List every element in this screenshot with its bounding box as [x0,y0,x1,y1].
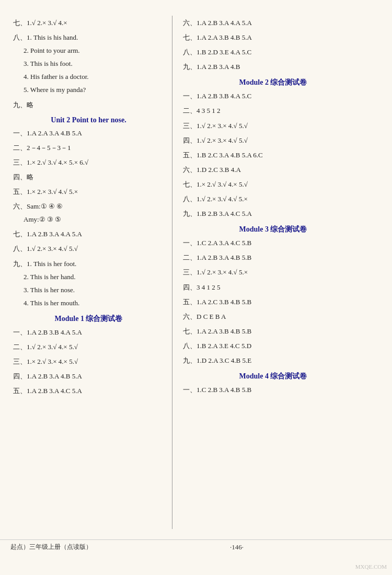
line-item: 九、1.B 2.B 3.A 4.C 5.A [183,208,363,220]
right-qi: 七、1.A 2.A 3.B 4.B 5.A [183,32,363,43]
mod3-san: 三、1.√ 2.× 3.× 4.√ 5.× [183,267,363,278]
page-number: ·146· [230,543,244,551]
left-qi: 七、1.√ 2.× 3.√ 4.× [13,17,164,29]
content-area: 七、1.√ 2.× 3.√ 4.×八、1. This is his hand.2… [0,10,392,534]
line-item: 四、略 [13,171,164,183]
unit2-jiu: 九、1. This is her foot.2. This is her han… [13,258,164,309]
mod3-qi: 七、1.A 2.A 3.B 4.B 5.B [183,326,363,337]
mod3-title-title: Module 3 综合测试卷 [183,225,363,234]
mod4-yi: 一、1.C 2.B 3.A 4.B 5.B [183,384,363,396]
watermark: MXQE.COM [355,564,387,570]
bottom-left-text: 起点）三年级上册（点读版） [10,543,92,551]
mod2-wu: 五、1.B 2.C 3.A 4.B 5.A 6.C [183,150,363,161]
line-item: 三、1.× 2.√ 3.× 4.× 5.√ [13,356,164,367]
mod1-san: 三、1.× 2.√ 3.× 4.× 5.√ [13,356,164,367]
line-item: 八、1.√ 2.× 3.× 4.√ 5.√ [13,243,164,255]
line-item: 五、1.B 2.C 3.A 4.B 5.A 6.C [183,150,363,161]
mod3-ba: 八、1.B 2.A 3.E 4.C 5.D [183,340,363,352]
mod2-er: 二、4 3 5 1 2 [183,105,363,117]
page: 七、1.√ 2.× 3.√ 4.×八、1. This is his hand.2… [0,0,392,575]
mod3-title: Module 3 综合测试卷 [183,225,363,234]
line-item: 六、1.D 2.C 3.B 4.A [183,164,363,176]
line-item: 七、1.A 2.B 3.A 4.A 5.A [13,228,164,240]
unit2-liu: 六、Sam:① ④ ⑥Amy:② ③ ⑤ [13,201,164,225]
module1-title-title: Module 1 综合测试卷 [13,314,164,324]
left-column: 七、1.√ 2.× 3.√ 4.×八、1. This is his hand.2… [0,16,172,529]
mod1-er: 二、1.√ 2.× 3.√ 4.× 5.√ [13,341,164,353]
line-item: 五、1.A 2.C 3.B 4.B 5.B [183,296,363,308]
line-item: 七、1.A 2.A 3.B 4.B 5.A [183,32,363,43]
unit2-title-title: Unit 2 Point to her nose. [13,116,164,124]
unit2-si: 四、略 [13,171,164,183]
line-item: 3. This is his foot. [24,58,164,70]
line-item: 二、1.√ 2.× 3.√ 4.× 5.√ [13,341,164,353]
line-item: 三、1.× 2.√ 3.√ 4.× 5.× 6.√ [13,157,164,168]
mod2-si: 四、1.√ 2.× 3.× 4.√ 5.√ [183,135,363,146]
mod3-jiu: 九、1.D 2.A 3.C 4.B 5.E [183,355,363,366]
line-item: 七、1.A 2.A 3.B 4.B 5.B [183,326,363,337]
line-item: 九、1. This is her foot. [13,258,164,270]
line-item: 八、1.√ 2.× 3.√ 4.√ 5.× [183,193,363,205]
line-item: 九、1.A 2.B 3.A 4.B [183,61,363,73]
line-item: 五、1.× 2.× 3.√ 4.√ 5.× [13,186,164,198]
mod2-liu: 六、1.D 2.C 3.B 4.A [183,164,363,176]
mod3-yi: 一、1.C 2.A 3.A 4.C 5.B [183,237,363,249]
unit2-qi: 七、1.A 2.B 3.A 4.A 5.A [13,228,164,240]
left-jiu: 九、略 [13,99,164,111]
mod3-si: 四、3 4 1 2 5 [183,282,363,293]
mod2-jiu: 九、1.B 2.B 3.A 4.C 5.A [183,208,363,220]
line-item: 八、1.B 2.A 3.E 4.C 5.D [183,340,363,352]
mod1-si: 四、1.A 2.B 3.A 4.B 5.A [13,371,164,382]
line-item: Amy:② ③ ⑤ [24,214,164,225]
mod3-liu: 六、D C E B A [183,311,363,323]
line-item: 一、1.A 2.B 3.B 4.A 5.A [13,327,164,338]
line-item: 二、4 3 5 1 2 [183,105,363,117]
line-item: 一、1.A 2.A 3.A 4.B 5.A [13,128,164,139]
line-item: 四、1.√ 2.× 3.× 4.√ 5.√ [183,135,363,146]
right-column: 六、1.A 2.B 3.A 4.A 5.A七、1.A 2.A 3.B 4.B 5… [172,16,371,529]
bottom-bar: 起点）三年级上册（点读版） ·146· [0,539,392,554]
right-jiu: 九、1.A 2.B 3.A 4.B [183,61,363,73]
mod1-yi: 一、1.A 2.B 3.B 4.A 5.A [13,327,164,338]
unit2-san: 三、1.× 2.√ 3.√ 4.× 5.× 6.√ [13,157,164,168]
mod2-yi: 一、1.A 2.B 3.B 4.A 5.C [183,90,363,102]
line-item: 4. His father is a doctor. [24,71,164,83]
mod2-title-title: Module 2 综合测试卷 [183,78,363,87]
mod1-wu: 五、1.A 2.B 3.A 4.C 5.A [13,385,164,397]
line-item: 二、2－4－5－3－1 [13,142,164,154]
mod3-wu: 五、1.A 2.C 3.B 4.B 5.B [183,296,363,308]
mod3-er: 二、1.A 2.B 3.A 4.B 5.B [183,252,363,263]
line-item: 二、1.A 2.B 3.A 4.B 5.B [183,252,363,263]
line-item: 2. Point to your arm. [24,45,164,56]
line-item: 九、略 [13,99,164,111]
line-item: 一、1.C 2.A 3.A 4.C 5.B [183,237,363,249]
line-item: 九、1.D 2.A 3.C 4.B 5.E [183,355,363,366]
line-item: 六、D C E B A [183,311,363,323]
line-item: 六、Sam:① ④ ⑥ [13,201,164,212]
unit2-wu: 五、1.× 2.× 3.√ 4.√ 5.× [13,186,164,198]
line-item: 3. This is her nose. [24,284,164,296]
line-item: 一、1.C 2.B 3.A 4.B 5.B [183,384,363,396]
left-ba: 八、1. This is his hand.2. Point to your a… [13,32,164,96]
line-item: 四、3 4 1 2 5 [183,282,363,293]
line-item: 三、1.√ 2.× 3.× 4.√ 5.× [183,267,363,278]
mod2-qi: 七、1.× 2.√ 3.√ 4.× 5.√ [183,179,363,190]
mod2-title: Module 2 综合测试卷 [183,78,363,87]
line-item: 八、1. This is his hand. [13,32,164,43]
line-item: 八、1.B 2.D 3.E 4.A 5.C [183,47,363,58]
mod2-san: 三、1.√ 2.× 3.× 4.√ 5.√ [183,120,363,132]
line-item: 2. This is her hand. [24,271,164,283]
line-item: 六、1.A 2.B 3.A 4.A 5.A [183,17,363,29]
line-item: 三、1.√ 2.× 3.× 4.√ 5.√ [183,120,363,132]
line-item: 一、1.A 2.B 3.B 4.A 5.C [183,90,363,102]
mod4-title-title: Module 4 综合测试卷 [183,372,363,381]
right-liu: 六、1.A 2.B 3.A 4.A 5.A [183,17,363,29]
line-item: 七、1.√ 2.× 3.√ 4.× [13,17,164,29]
mod2-ba: 八、1.√ 2.× 3.√ 4.√ 5.× [183,193,363,205]
right-ba: 八、1.B 2.D 3.E 4.A 5.C [183,47,363,58]
unit2-er: 二、2－4－5－3－1 [13,142,164,154]
line-item: 4. This is her mouth. [24,297,164,309]
line-item: 五、1.A 2.B 3.A 4.C 5.A [13,385,164,397]
unit2-ba: 八、1.√ 2.× 3.× 4.√ 5.√ [13,243,164,255]
line-item: 5. Where is my panda? [24,84,164,96]
